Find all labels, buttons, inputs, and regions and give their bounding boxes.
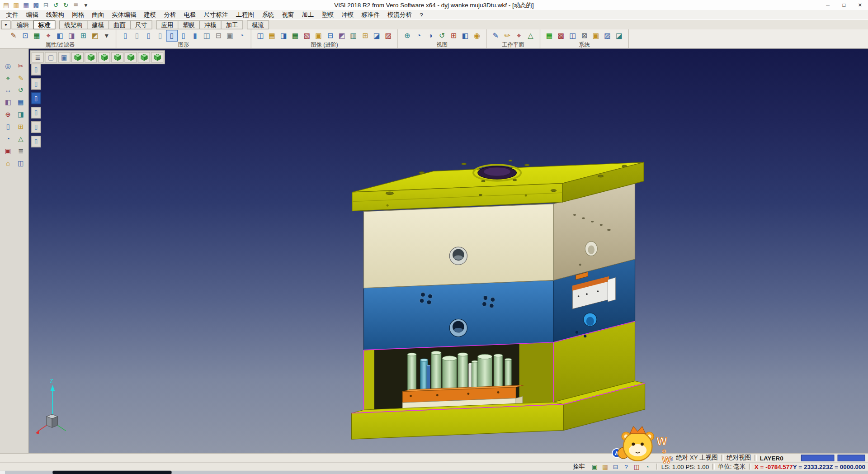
viewport-canvas[interactable]: ≣▢▣ ▯▯▯▯▯▯ (29, 49, 868, 453)
view-slot-icon-6[interactable]: ▯ (31, 136, 41, 147)
snapshot-icon[interactable]: ▨ (383, 30, 393, 41)
undo-icon[interactable]: ↺ (52, 1, 61, 9)
view-manager-icon[interactable]: ◔ (236, 30, 247, 41)
screen-view-icon[interactable]: ▣ (58, 52, 71, 62)
highlight-icon[interactable]: ◩ (336, 30, 347, 41)
array-icon[interactable]: ▦ (15, 98, 26, 108)
view-slot-icon-5[interactable]: ▯ (31, 121, 41, 133)
block-icon[interactable]: ⊞ (15, 122, 26, 132)
print-icon[interactable]: ⊟ (42, 1, 51, 9)
region-icon[interactable]: ▣ (3, 146, 13, 156)
cube-bottom-view-icon[interactable] (138, 52, 150, 62)
menu-item-系统[interactable]: 系统 (258, 10, 278, 19)
menu-item-分析[interactable]: 分析 (160, 10, 180, 19)
view-mode-label[interactable]: 绝对 XY 上视图 (676, 454, 718, 462)
blank-view-icon[interactable]: ▢ (45, 52, 57, 62)
scale-indicator[interactable]: LS: 1.00 PS: 1.00 (661, 463, 709, 470)
layers-toggle-icon[interactable]: ◫ (632, 463, 642, 470)
shaded-cube-icon[interactable] (151, 52, 163, 62)
cube-view-nw-icon[interactable] (98, 52, 110, 62)
view-front-icon[interactable]: ◑ (425, 30, 435, 41)
system-settings-icon[interactable]: ▩ (556, 30, 566, 41)
ghost-mode-icon[interactable]: ▯ (155, 30, 165, 41)
wireframe-mode-icon[interactable]: ▯ (132, 30, 142, 41)
menu-item-工程图[interactable]: 工程图 (232, 10, 258, 19)
toolbar-dropdown-icon[interactable]: ▾ (1, 20, 10, 29)
tab-编辑[interactable]: 编辑 (12, 20, 34, 29)
reflection-icon[interactable]: ◪ (372, 30, 382, 41)
filter-element-icon[interactable]: ◧ (55, 30, 65, 41)
view-grid-icon[interactable]: ⊞ (448, 30, 459, 41)
workplane-new-icon[interactable]: ✏ (502, 30, 513, 41)
workplane-origin-icon[interactable]: ⌖ (514, 30, 524, 41)
cube-view-ne-icon[interactable] (111, 52, 123, 62)
menu-item-冲模[interactable]: 冲模 (338, 10, 358, 19)
view-slot-icon-4[interactable]: ▯ (31, 107, 41, 118)
menu-item-尺寸标注[interactable]: 尺寸标注 (200, 10, 232, 19)
panel-icon[interactable]: ◫ (15, 158, 26, 169)
new-file-icon[interactable]: ▤ (2, 1, 11, 9)
system-material-icon[interactable]: ◪ (614, 30, 624, 41)
redraw-icon[interactable]: ▣ (225, 30, 235, 41)
move-icon[interactable]: ↔ (3, 85, 13, 96)
list-icon[interactable]: ≣ (15, 146, 26, 156)
menu-item-建模[interactable]: 建模 (140, 10, 160, 19)
menu-item-实体编辑[interactable]: 实体编辑 (108, 10, 140, 19)
menu-item-编辑[interactable]: 编辑 (22, 10, 42, 19)
qat-dropdown-icon[interactable]: ▾ (81, 1, 90, 9)
search-icon[interactable]: ◎ (666, 454, 675, 461)
tab-塑膜[interactable]: 塑膜 (178, 20, 200, 29)
material-icon[interactable]: ▦ (290, 30, 301, 41)
view-rotate-icon[interactable]: ↺ (437, 30, 447, 41)
tab-模流[interactable]: 模流 (247, 20, 269, 29)
tab-标准[interactable]: 标准 (33, 20, 55, 29)
attribute-edit-icon[interactable]: ✎ (8, 30, 19, 41)
grid-toggle-icon[interactable]: ▦ (600, 463, 610, 470)
filter-solid-icon[interactable]: ◨ (66, 30, 77, 41)
redo-icon[interactable]: ↻ (61, 1, 71, 9)
home-icon[interactable]: ⌂ (3, 158, 13, 169)
tab-冲模[interactable]: 冲模 (199, 20, 222, 29)
dynamic-rotate-icon[interactable]: ▯ (167, 30, 177, 41)
surface-icon[interactable]: ◨ (15, 109, 26, 120)
menu-item-塑模[interactable]: 塑模 (318, 10, 338, 19)
view-center-icon[interactable]: ◉ (472, 30, 482, 41)
workplane-edit-icon[interactable]: ✎ (491, 30, 501, 41)
previous-view-icon[interactable]: ⊟ (213, 30, 223, 41)
point-icon[interactable]: ⊕ (3, 109, 13, 120)
view-iso-icon[interactable]: ⊕ (402, 30, 412, 41)
tab-尺寸[interactable]: 尺寸 (130, 20, 152, 29)
triangle-icon[interactable]: △ (15, 134, 26, 144)
view-slot-icon-3[interactable]: ▯ (31, 92, 41, 104)
trim-icon[interactable]: ✂ (15, 61, 26, 71)
sketch-icon[interactable]: ✎ (15, 73, 26, 84)
tab-建模[interactable]: 建模 (87, 20, 109, 29)
hidden-line-mode-icon[interactable]: ▯ (143, 30, 154, 41)
layer-stack-icon[interactable]: ≣ (32, 52, 44, 62)
system-colors-icon[interactable]: ▦ (544, 30, 555, 41)
menu-item-标准件[interactable]: 标准件 (358, 10, 384, 19)
settings-icon[interactable]: ≣ (71, 1, 80, 9)
filter-point-icon[interactable]: ⌖ (43, 30, 54, 41)
menu-item-电极[interactable]: 电极 (180, 10, 200, 19)
filter-grid-icon[interactable]: ▦ (32, 30, 42, 41)
filter-options-icon[interactable]: ▾ (101, 30, 112, 41)
menu-item-视窗[interactable]: 视窗 (278, 10, 298, 19)
lighting-icon[interactable]: ⊞ (360, 30, 370, 41)
menu-item-曲面[interactable]: 曲面 (88, 10, 108, 19)
maximize-button[interactable]: □ (836, 0, 852, 10)
rotate-icon[interactable]: ↺ (15, 85, 26, 96)
menu-item-文件[interactable]: 文件 (2, 10, 22, 19)
workplane-align-icon[interactable]: △ (525, 30, 536, 41)
tab-加工[interactable]: 加工 (221, 20, 243, 29)
cube-view-sw-icon[interactable] (71, 52, 84, 62)
texture-icon[interactable]: ▤ (267, 30, 277, 41)
save-icon[interactable]: ▦ (22, 1, 31, 9)
pan-view-icon[interactable]: ◫ (202, 30, 212, 41)
background-icon[interactable]: ▥ (348, 30, 359, 41)
system-hatch-icon[interactable]: ▨ (602, 30, 613, 41)
zoom-extents-icon[interactable]: ▯ (178, 30, 189, 41)
section-view-icon[interactable]: ▧ (302, 30, 312, 41)
zoom-window-icon[interactable]: ▮ (190, 30, 200, 41)
filter-layer-icon[interactable]: ⊞ (78, 30, 89, 41)
